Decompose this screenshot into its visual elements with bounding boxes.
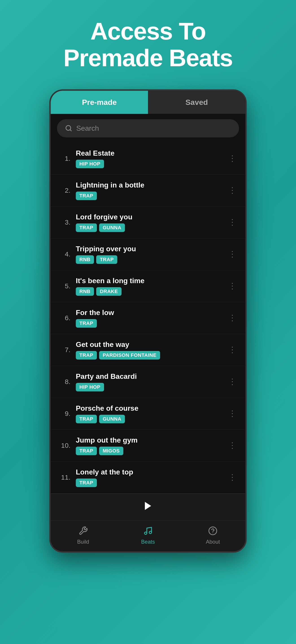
svg-line-1 <box>70 130 71 131</box>
tag: HIP HOP <box>76 383 104 392</box>
tag: GUNNA <box>99 224 125 232</box>
track-menu-button[interactable]: ⋮ <box>226 281 239 291</box>
tag: RNB <box>76 287 94 296</box>
search-bar[interactable]: Search <box>57 119 239 138</box>
track-info: Lord forgive you TRAP GUNNA <box>76 213 226 232</box>
tag: TRAP <box>76 415 97 423</box>
track-info: Tripping over you RNB TRAP <box>76 245 226 264</box>
bottom-nav: Build Beats About <box>51 520 245 551</box>
tag: TRAP <box>96 255 117 264</box>
track-name: Real Estate <box>76 149 226 158</box>
svg-point-3 <box>145 532 147 534</box>
help-icon <box>208 526 218 537</box>
track-menu-button[interactable]: ⋮ <box>226 409 239 418</box>
track-info: Real Estate HIP HOP <box>76 149 226 168</box>
track-info: Lonely at the top TRAP <box>76 468 226 487</box>
track-number: 3. <box>57 218 70 226</box>
search-container: Search <box>51 114 245 143</box>
list-item[interactable]: 4. Tripping over you RNB TRAP ⋮ <box>51 238 245 270</box>
track-name: Porsche of course <box>76 404 226 412</box>
list-item[interactable]: 3. Lord forgive you TRAP GUNNA ⋮ <box>51 206 245 238</box>
track-number: 4. <box>57 250 70 258</box>
track-tags: HIP HOP <box>76 383 226 392</box>
nav-item-beats[interactable]: Beats <box>116 521 180 551</box>
list-item[interactable]: 6. For the low TRAP ⋮ <box>51 302 245 334</box>
track-menu-button[interactable]: ⋮ <box>226 377 239 386</box>
track-name: Party and Bacardi <box>76 372 226 380</box>
tag: GUNNA <box>99 415 125 423</box>
track-tags: TRAP GUNNA <box>76 224 226 232</box>
wrench-icon <box>78 526 88 537</box>
phone-frame: Pre-made Saved Search 1. Real Estate HIP… <box>49 89 247 552</box>
track-info: Party and Bacardi HIP HOP <box>76 372 226 392</box>
list-item[interactable]: 10. Jump out the gym TRAP MIGOS ⋮ <box>51 430 245 462</box>
track-tags: TRAP <box>76 192 226 200</box>
track-number: 2. <box>57 186 70 194</box>
svg-point-4 <box>149 531 151 534</box>
nav-label-about: About <box>206 539 220 545</box>
play-button[interactable] <box>143 500 153 514</box>
track-tags: RNB DRAKE <box>76 287 226 296</box>
track-number: 9. <box>57 410 70 418</box>
track-tags: TRAP GUNNA <box>76 415 226 423</box>
page-title: Access To Premade Beats <box>50 18 246 72</box>
nav-item-about[interactable]: About <box>180 521 245 551</box>
nav-item-build[interactable]: Build <box>51 521 116 551</box>
list-item[interactable]: 8. Party and Bacardi HIP HOP ⋮ <box>51 366 245 398</box>
track-menu-button[interactable]: ⋮ <box>226 441 239 450</box>
track-name: Get out the way <box>76 340 226 349</box>
tag: DRAKE <box>96 287 122 296</box>
track-number: 6. <box>57 314 70 322</box>
tag: TRAP <box>76 192 97 200</box>
track-name: Jump out the gym <box>76 436 226 444</box>
track-menu-button[interactable]: ⋮ <box>226 186 239 195</box>
track-list: 1. Real Estate HIP HOP ⋮ 2. Lightning in… <box>51 143 245 494</box>
music-icon <box>143 526 153 537</box>
nav-label-beats: Beats <box>141 539 155 545</box>
track-menu-button[interactable]: ⋮ <box>226 218 239 227</box>
track-tags: RNB TRAP <box>76 255 226 264</box>
track-name: Lightning in a bottle <box>76 181 226 189</box>
list-item[interactable]: 2. Lightning in a bottle TRAP ⋮ <box>51 175 245 206</box>
tag: TRAP <box>76 446 97 455</box>
track-info: Lightning in a bottle TRAP <box>76 181 226 200</box>
track-info: For the low TRAP <box>76 308 226 328</box>
track-tags: TRAP PARDISON FONTAINE <box>76 351 226 360</box>
tag: TRAP <box>76 478 97 487</box>
tag: PARDISON FONTAINE <box>99 351 160 360</box>
svg-marker-2 <box>145 502 151 510</box>
track-menu-button[interactable]: ⋮ <box>226 154 239 163</box>
track-tags: HIP HOP <box>76 160 226 168</box>
track-menu-button[interactable]: ⋮ <box>226 345 239 354</box>
track-name: It's been a long time <box>76 277 226 285</box>
track-menu-button[interactable]: ⋮ <box>226 250 239 259</box>
list-item[interactable]: 5. It's been a long time RNB DRAKE ⋮ <box>51 270 245 302</box>
list-item[interactable]: 9. Porsche of course TRAP GUNNA ⋮ <box>51 398 245 430</box>
list-item[interactable]: 11. Lonely at the top TRAP ⋮ <box>51 462 245 494</box>
track-number: 8. <box>57 378 70 386</box>
track-number: 11. <box>57 474 70 481</box>
tag: HIP HOP <box>76 160 104 168</box>
track-number: 5. <box>57 282 70 290</box>
tag: RNB <box>76 255 94 264</box>
track-menu-button[interactable]: ⋮ <box>226 473 239 482</box>
tag: MIGOS <box>99 446 123 455</box>
list-item[interactable]: 7. Get out the way TRAP PARDISON FONTAIN… <box>51 334 245 366</box>
track-name: Tripping over you <box>76 245 226 253</box>
search-icon <box>65 124 72 132</box>
track-name: Lord forgive you <box>76 213 226 221</box>
tab-premade[interactable]: Pre-made <box>51 91 148 114</box>
track-info: Get out the way TRAP PARDISON FONTAINE <box>76 340 226 360</box>
tag: TRAP <box>76 319 97 328</box>
list-item[interactable]: 1. Real Estate HIP HOP ⋮ <box>51 143 245 175</box>
track-menu-button[interactable]: ⋮ <box>226 313 239 323</box>
track-tags: TRAP MIGOS <box>76 446 226 455</box>
track-tags: TRAP <box>76 319 226 328</box>
track-info: Jump out the gym TRAP MIGOS <box>76 436 226 455</box>
player-bar <box>51 494 245 520</box>
track-number: 1. <box>57 155 70 162</box>
track-number: 7. <box>57 346 70 354</box>
track-name: Lonely at the top <box>76 468 226 476</box>
track-tags: TRAP <box>76 478 226 487</box>
tab-saved[interactable]: Saved <box>148 91 245 114</box>
